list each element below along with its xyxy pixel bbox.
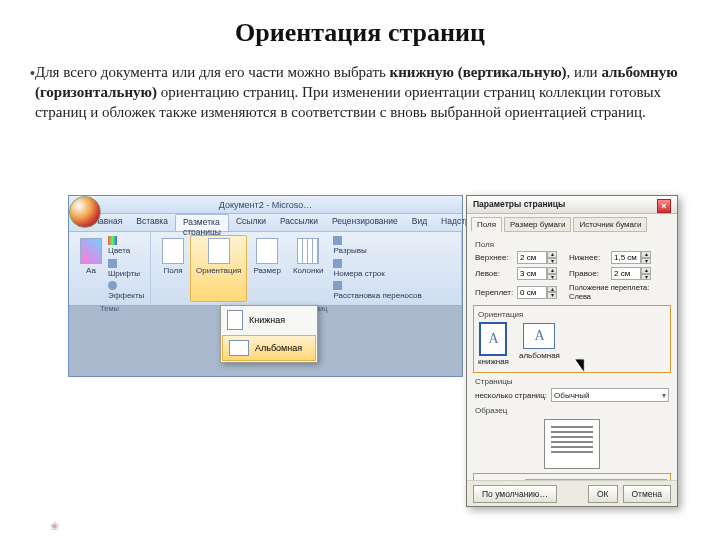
- spin-bottom[interactable]: ▴▾: [611, 251, 657, 264]
- columns-button[interactable]: Колонки: [287, 235, 330, 302]
- themes-button[interactable]: Aa: [74, 235, 108, 302]
- dlg-tab-margins[interactable]: Поля: [471, 217, 502, 232]
- tab-view[interactable]: Вид: [405, 214, 434, 231]
- dlg-orient-landscape[interactable]: Aальбомная: [519, 323, 560, 366]
- lbl-gutterpos: Положение переплета: Слева: [569, 283, 657, 301]
- margins-section-label: Поля: [475, 240, 669, 249]
- input-gutter[interactable]: [517, 286, 547, 299]
- linenumbers-button[interactable]: Номера строк: [333, 257, 421, 279]
- orientation-dropdown: Книжная Альбомная: [220, 305, 318, 363]
- input-top[interactable]: [517, 251, 547, 264]
- fonts-button[interactable]: Шрифты: [108, 257, 144, 279]
- ribbon-tabs: Главная Вставка Разметка страницы Ссылки…: [69, 214, 462, 232]
- ribbon-group-themes: Aa Цвета Шрифты Эффекты Темы: [69, 232, 151, 305]
- orientation-button[interactable]: Ориентация: [190, 235, 247, 302]
- spin-right[interactable]: ▴▾: [611, 267, 657, 280]
- tab-mailings[interactable]: Рассылки: [273, 214, 325, 231]
- lbl-left: Левое:: [475, 269, 511, 278]
- ok-button[interactable]: ОК: [588, 485, 618, 503]
- lbl-bottom: Нижнее:: [569, 253, 605, 262]
- slide-title: Ориентация страниц: [0, 0, 720, 48]
- word-titlebar: Документ2 - Microso…: [69, 196, 462, 214]
- size-button[interactable]: Размер: [247, 235, 287, 302]
- pages-several-label: несколько страниц:: [475, 391, 547, 400]
- body-mid: , или: [567, 64, 602, 80]
- slide-decorator-icon: [50, 516, 60, 526]
- orientation-portrait-item[interactable]: Книжная: [221, 306, 317, 334]
- tab-insert[interactable]: Вставка: [129, 214, 175, 231]
- lbl-top: Верхнее:: [475, 253, 511, 262]
- default-button[interactable]: По умолчанию…: [473, 485, 557, 503]
- lbl-gutter: Переплет:: [475, 288, 511, 297]
- tab-pagelayout[interactable]: Разметка страницы: [175, 214, 229, 231]
- pagesetup-subbuttons: Разрывы Номера строк Расстановка перенос…: [329, 235, 421, 302]
- input-right[interactable]: [611, 267, 641, 280]
- preview-label: Образец: [475, 406, 669, 415]
- ribbon-group-pagesetup: Поля Ориентация Размер Колонки Разрывы Н…: [151, 232, 462, 305]
- body-bullet: • Для всего документа или для его части …: [0, 48, 720, 122]
- spin-left[interactable]: ▴▾: [517, 267, 563, 280]
- orientation-section: Ориентация Aкнижная Aальбомная: [473, 305, 671, 373]
- tab-review[interactable]: Рецензирование: [325, 214, 405, 231]
- lbl-right: Правое:: [569, 269, 605, 278]
- pages-several-select[interactable]: Обычный: [551, 388, 669, 402]
- themes-subbuttons: Цвета Шрифты Эффекты: [108, 235, 144, 302]
- input-left[interactable]: [517, 267, 547, 280]
- effects-button[interactable]: Эффекты: [108, 280, 144, 302]
- ribbon: Aa Цвета Шрифты Эффекты Темы Поля Ориент…: [69, 232, 462, 306]
- body-text: Для всего документа или для его части мо…: [35, 62, 680, 122]
- dialog-title: Параметры страницы: [473, 199, 565, 210]
- dlg-orient-portrait[interactable]: Aкнижная: [478, 323, 509, 366]
- preview-pane: [475, 419, 669, 469]
- margins-button[interactable]: Поля: [156, 235, 190, 302]
- hyphenation-button[interactable]: Расстановка переносов: [333, 280, 421, 302]
- tab-references[interactable]: Ссылки: [229, 214, 273, 231]
- body-pre: Для всего документа или для его части мо…: [35, 64, 390, 80]
- orientation-landscape-item[interactable]: Альбомная: [222, 335, 316, 361]
- group-label-themes: Темы: [74, 302, 145, 313]
- page-setup-dialog: Параметры страницы × Поля Размер бумаги …: [466, 195, 678, 507]
- orient-section-label: Ориентация: [478, 310, 666, 319]
- spin-gutter[interactable]: ▴▾: [517, 286, 563, 299]
- embedded-screenshot: Документ2 - Microso… Главная Вставка Раз…: [68, 195, 678, 515]
- pages-section-label: Страницы: [475, 377, 669, 386]
- dlg-tab-paper[interactable]: Размер бумаги: [504, 217, 571, 232]
- spin-top[interactable]: ▴▾: [517, 251, 563, 264]
- pages-type-row: несколько страниц: Обычный: [475, 388, 669, 402]
- breaks-button[interactable]: Разрывы: [333, 235, 421, 257]
- margins-grid: Верхнее: ▴▾ Нижнее: ▴▾ Левое: ▴▾ Правое:…: [475, 251, 669, 301]
- office-button[interactable]: [69, 196, 101, 228]
- dialog-tabs: Поля Размер бумаги Источник бумаги: [467, 214, 677, 232]
- dlg-tab-source[interactable]: Источник бумаги: [573, 217, 647, 232]
- cancel-button[interactable]: Отмена: [623, 485, 672, 503]
- colors-button[interactable]: Цвета: [108, 235, 144, 257]
- body-bold-1: книжную (вертикальную): [390, 64, 567, 80]
- close-icon[interactable]: ×: [657, 199, 671, 213]
- dialog-titlebar: Параметры страницы ×: [467, 196, 677, 214]
- input-bottom[interactable]: [611, 251, 641, 264]
- dialog-body: Поля Верхнее: ▴▾ Нижнее: ▴▾ Левое: ▴▾ Пр…: [467, 232, 677, 505]
- dialog-footer: По умолчанию… ОК Отмена: [467, 480, 677, 506]
